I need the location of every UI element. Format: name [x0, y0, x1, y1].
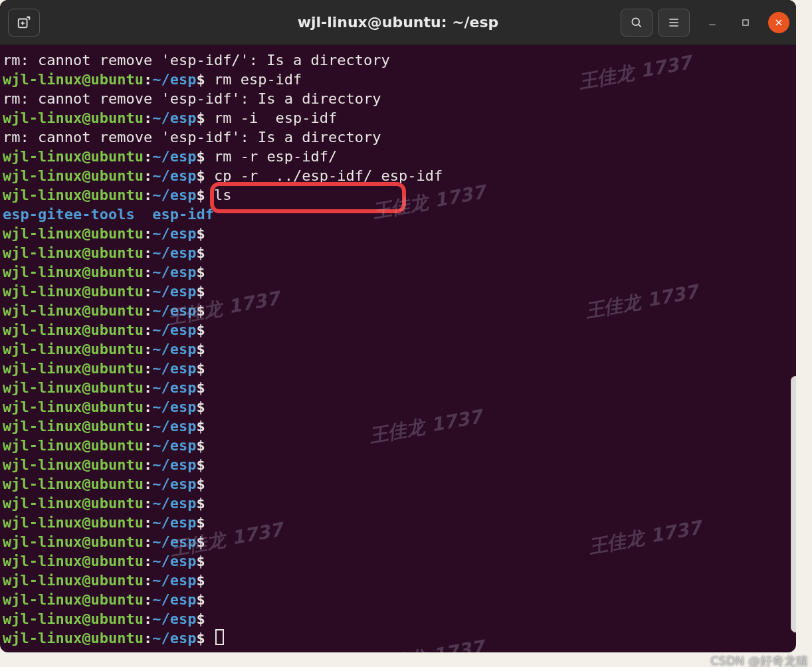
terminal-prompt-line: wjl-linux@ubuntu:~/esp$ — [3, 224, 796, 243]
terminal-prompt-line: wjl-linux@ubuntu:~/esp$ — [3, 436, 796, 455]
terminal-prompt-line: wjl-linux@ubuntu:~/esp$ — [3, 262, 796, 282]
search-button[interactable] — [621, 9, 653, 37]
terminal-prompt-line: wjl-linux@ubuntu:~/esp$ — [3, 628, 796, 648]
svg-rect-2 — [743, 19, 748, 25]
terminal-prompt-line: wjl-linux@ubuntu:~/esp$ — [3, 609, 796, 628]
terminal-prompt-line: wjl-linux@ubuntu:~/esp$ — [3, 494, 796, 513]
terminal-prompt-line: wjl-linux@ubuntu:~/esp$ rm esp-idf — [3, 70, 796, 89]
maximize-button[interactable] — [735, 12, 756, 33]
terminal[interactable]: rm: cannot remove 'esp-idf/': Is a direc… — [0, 45, 796, 652]
csdn-attribution: CSDN @好奇龙猫 — [710, 655, 808, 667]
minimize-icon — [708, 18, 717, 27]
ls-listing: esp-gitee-tools esp-idf — [3, 205, 796, 224]
terminal-prompt-line: wjl-linux@ubuntu:~/esp$ — [3, 417, 796, 436]
minimize-button[interactable] — [702, 12, 723, 33]
terminal-prompt-line: wjl-linux@ubuntu:~/esp$ ls — [3, 185, 796, 205]
terminal-prompt-line: wjl-linux@ubuntu:~/esp$ — [3, 455, 796, 474]
titlebar: wjl-linux@ubuntu: ~/esp — [0, 0, 796, 45]
directory-entry: esp-idf — [152, 206, 214, 223]
terminal-prompt-line: wjl-linux@ubuntu:~/esp$ — [3, 532, 796, 551]
terminal-output: rm: cannot remove 'esp-idf': Is a direct… — [3, 129, 381, 145]
search-icon — [630, 16, 643, 29]
terminal-prompt-line: wjl-linux@ubuntu:~/esp$ rm -i esp-idf — [3, 108, 796, 128]
terminal-prompt-line: wjl-linux@ubuntu:~/esp$ — [3, 301, 796, 320]
terminal-prompt-line: wjl-linux@ubuntu:~/esp$ — [3, 282, 796, 301]
maximize-icon — [741, 18, 750, 27]
cursor — [215, 629, 224, 645]
terminal-prompt-line: wjl-linux@ubuntu:~/esp$ — [3, 243, 796, 262]
menu-button[interactable] — [658, 9, 690, 37]
terminal-prompt-line: wjl-linux@ubuntu:~/esp$ — [3, 378, 796, 397]
terminal-prompt-line: wjl-linux@ubuntu:~/esp$ rm -r esp-idf/ — [3, 147, 796, 166]
new-tab-icon — [17, 15, 31, 30]
svg-point-1 — [632, 18, 639, 25]
terminal-prompt-line: wjl-linux@ubuntu:~/esp$ — [3, 551, 796, 571]
scrollbar[interactable] — [791, 376, 796, 632]
terminal-prompt-line: wjl-linux@ubuntu:~/esp$ — [3, 320, 796, 339]
terminal-prompt-line: wjl-linux@ubuntu:~/esp$ — [3, 590, 796, 609]
terminal-prompt-line: wjl-linux@ubuntu:~/esp$ — [3, 513, 796, 532]
terminal-prompt-line: wjl-linux@ubuntu:~/esp$ cp -r ../esp-idf… — [3, 166, 796, 185]
terminal-window: wjl-linux@ubuntu: ~/esp rm: cannot remov… — [0, 0, 796, 652]
terminal-prompt-line: wjl-linux@ubuntu:~/esp$ — [3, 571, 796, 590]
new-tab-button[interactable] — [8, 9, 40, 37]
close-icon — [774, 18, 783, 27]
directory-entry: esp-gitee-tools — [3, 206, 135, 223]
terminal-prompt-line: wjl-linux@ubuntu:~/esp$ — [3, 359, 796, 378]
terminal-prompt-line: wjl-linux@ubuntu:~/esp$ — [3, 474, 796, 494]
terminal-output: rm: cannot remove 'esp-idf': Is a direct… — [3, 90, 381, 107]
terminal-prompt-line: wjl-linux@ubuntu:~/esp$ — [3, 339, 796, 359]
hamburger-icon — [667, 16, 680, 29]
close-button[interactable] — [768, 12, 789, 33]
terminal-prompt-line: wjl-linux@ubuntu:~/esp$ — [3, 397, 796, 417]
terminal-output: rm: cannot remove 'esp-idf/': Is a direc… — [3, 52, 390, 68]
